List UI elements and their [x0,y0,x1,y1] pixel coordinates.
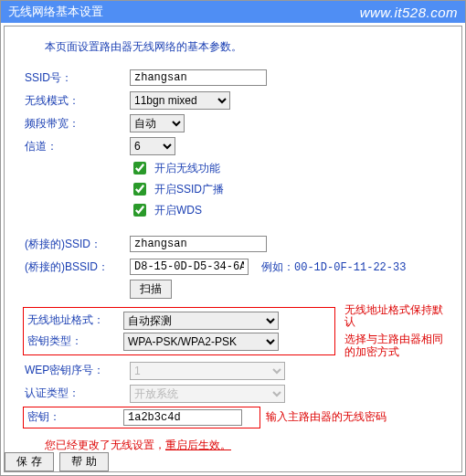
addr-fmt-note: 无线地址格式保持默认 [344,304,449,328]
row-channel: 信道： 6 [17,136,449,156]
key-label: 密钥： [27,409,123,425]
cb-wds[interactable] [133,204,146,217]
wep-idx-select: 1 [130,362,285,380]
cb-ssid-broadcast-label: 开启SSID广播 [154,182,224,197]
row-bridge-bssid: (桥接的)BSSID： 例如：00-1D-0F-11-22-33 [17,257,449,277]
bridge-bssid-input[interactable] [130,259,249,275]
row-scan: 扫描 [130,280,449,299]
cb-wireless[interactable] [133,162,146,175]
auth-select: 开放系统 [130,385,285,403]
addr-fmt-select[interactable]: 自动探测 [123,312,279,330]
title-bar: 无线网络基本设置 www.it528.com [1,1,465,23]
group-addr-keytype: 无线地址格式： 自动探测 密钥类型： WPA-PSK/WPA2-PSK [23,307,335,355]
help-button[interactable]: 帮助 [59,452,109,471]
channel-select[interactable]: 6 [130,137,175,155]
ssid-label: SSID号： [25,70,130,86]
bridge-ssid-label: (桥接的)SSID： [25,237,130,252]
ssid-input[interactable] [130,69,267,86]
mode-label: 无线模式： [25,93,130,109]
row-key-wrap: 密钥： 输入主路由器的无线密码 [17,407,449,428]
bridge-ssid-input[interactable] [130,236,267,252]
key-type-select[interactable]: WPA-PSK/WPA2-PSK [123,333,279,351]
row-addr-fmt-wrap: 无线地址格式： 自动探测 密钥类型： WPA-PSK/WPA2-PSK [17,304,449,358]
row-wep-idx: WEP密钥序号： 1 [17,361,449,381]
key-note: 输入主路由器的无线密码 [266,411,387,423]
key-type-note: 选择与主路由器相同的加密方式 [344,333,445,357]
bssid-hint-example: 00-1D-0F-11-22-33 [294,261,406,274]
row-addr-fmt: 无线地址格式： 自动探测 [26,311,333,331]
save-button[interactable]: 保存 [5,452,54,471]
row-cb-wireless: 开启无线功能 [130,159,449,177]
reboot-link[interactable]: 重启后生效。 [165,439,231,451]
cb-wds-label: 开启WDS [154,203,202,218]
bandwidth-select[interactable]: 自动 [130,114,185,132]
mode-select[interactable]: 11bgn mixed [130,91,230,110]
key-type-label: 密钥类型： [27,333,123,349]
warn-prefix: 您已经更改了无线设置， [45,439,165,451]
window: 无线网络基本设置 www.it528.com 本页面设置路由器无线网络的基本参数… [0,0,466,476]
channel-label: 信道： [25,139,130,154]
page-description: 本页面设置路由器无线网络的基本参数。 [45,39,449,55]
bssid-hint-prefix: 例如： [261,261,294,274]
warning-text: 您已经更改了无线设置，重启后生效。 [45,438,449,453]
bandwidth-label: 频段带宽： [25,116,130,132]
row-cb-ssid-broadcast: 开启SSID广播 [130,180,449,198]
cb-wireless-label: 开启无线功能 [154,161,220,176]
wep-idx-label: WEP密钥序号： [25,363,130,378]
row-key-type: 密钥类型： WPA-PSK/WPA2-PSK [26,332,333,352]
watermark-url: www.it528.com [360,5,458,20]
row-cb-wds: 开启WDS [130,201,449,219]
content-panel: 本页面设置路由器无线网络的基本参数。 SSID号： 无线模式： 11bgn mi… [4,26,462,472]
scan-button[interactable]: 扫描 [130,280,172,299]
cb-ssid-broadcast[interactable] [133,183,146,196]
window-title: 无线网络基本设置 [8,4,103,20]
row-ssid: SSID号： [17,68,449,88]
row-bandwidth: 频段带宽： 自动 [17,113,449,133]
auth-label: 认证类型： [25,386,130,401]
addr-fmt-label: 无线地址格式： [27,312,123,328]
bssid-hint: 例如：00-1D-0F-11-22-33 [261,259,406,275]
bottom-toolbar: 保存 帮助 [5,452,109,471]
row-bridge-ssid: (桥接的)SSID： [17,234,449,254]
key-input[interactable] [123,409,242,426]
row-mode: 无线模式： 11bgn mixed [17,90,449,111]
key-box: 密钥： [23,407,260,428]
row-auth: 认证类型： 开放系统 [17,384,449,404]
bridge-bssid-label: (桥接的)BSSID： [25,259,130,275]
